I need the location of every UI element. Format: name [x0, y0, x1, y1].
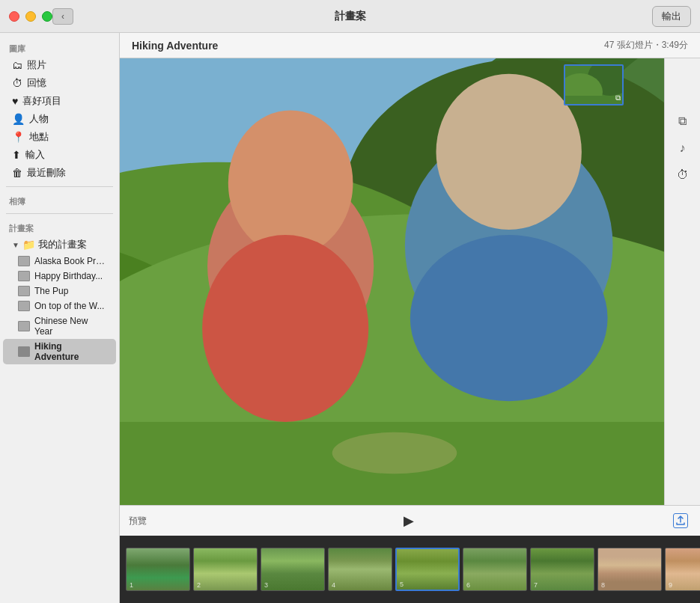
thumb-number: 8: [601, 581, 605, 589]
filmstrip-thumb-8[interactable]: 8: [597, 548, 662, 591]
filmstrip-thumb-7[interactable]: 7: [530, 548, 594, 591]
music-icon: ♪: [680, 141, 686, 155]
sidebar-divider-2: [6, 213, 113, 214]
sidebar-item-label: On top of the W...: [34, 301, 104, 311]
sidebar-item-label: The Pup: [34, 286, 68, 296]
book-icon: [18, 286, 30, 296]
preview-container: ⧉ ⧉ ♪ ⏱: [120, 58, 700, 505]
play-button[interactable]: ▶: [398, 510, 419, 531]
folder-arrow-icon: ▼: [12, 241, 19, 249]
folder-icon: 📁: [22, 239, 35, 251]
svg-point-8: [332, 432, 457, 474]
albums-section-label: 相簿: [0, 192, 119, 209]
import-icon: ⬆: [12, 149, 21, 161]
book-icon: [18, 321, 30, 331]
svg-point-14: [202, 235, 368, 422]
duration-button[interactable]: ⏱: [671, 163, 695, 187]
thumb-number: 9: [669, 581, 672, 589]
preview-label: 預覽: [129, 515, 147, 527]
filmstrip-thumb-3[interactable]: 3: [261, 548, 325, 591]
book-icon: [18, 271, 30, 281]
sidebar-item-label: Happy Birthday...: [34, 271, 103, 281]
sidebar-item-happy-birthday[interactable]: Happy Birthday...: [3, 269, 116, 284]
duration-icon: ⏱: [677, 168, 689, 182]
sidebar-item-label: Alaska Book Proj...: [34, 256, 106, 266]
slideshow-header: Hiking Adventure 47 張幻燈片・3:49分: [120, 33, 700, 58]
minimize-button[interactable]: [25, 11, 36, 22]
titlebar: ‹ 計畫案 輸出: [0, 0, 700, 33]
filmstrip-thumb-5[interactable]: 5: [395, 548, 460, 591]
sidebar-item-label: 最近刪除: [27, 166, 66, 180]
memories-icon: ⏱: [12, 77, 22, 89]
right-panel: ⧉ ♪ ⏱: [664, 58, 700, 505]
favorites-icon: ♥: [12, 95, 18, 107]
maximize-button[interactable]: [42, 11, 52, 22]
play-icon: ▶: [404, 512, 414, 529]
people-icon: 👤: [12, 113, 25, 125]
filmstrip-thumb-9[interactable]: 9: [665, 548, 700, 591]
sidebar-item-label: 回憶: [27, 76, 46, 90]
sidebar-item-hiking-adventure[interactable]: Hiking Adventure: [3, 339, 116, 364]
sidebar-item-people[interactable]: 👤 人物: [3, 110, 116, 128]
sidebar-item-label: 照片: [27, 58, 46, 72]
sidebar-item-my-projects[interactable]: ▼ 📁 我的計畫案: [3, 236, 116, 254]
thumb-number: 2: [197, 581, 201, 589]
thumbnail-toggle-button[interactable]: ⧉: [671, 109, 695, 133]
music-button[interactable]: ♪: [671, 136, 695, 160]
sidebar-item-label: 我的計畫案: [38, 238, 87, 251]
sidebar-item-places[interactable]: 📍 地點: [3, 128, 116, 146]
svg-point-10: [228, 110, 353, 255]
sidebar-item-chinese-new-year[interactable]: Chinese New Year: [3, 313, 116, 339]
sidebar-item-label: 輸入: [25, 148, 45, 162]
slideshow-info: 47 張幻燈片・3:49分: [604, 39, 688, 52]
thumb-number: 6: [466, 581, 470, 589]
content-area: Hiking Adventure 47 張幻燈片・3:49分: [120, 33, 700, 603]
slideshow-title: Hiking Adventure: [132, 40, 218, 52]
sidebar-item-memories[interactable]: ⏱ 回憶: [3, 74, 116, 92]
filmstrip-thumb-6[interactable]: 6: [463, 548, 527, 591]
photos-icon: 🗂: [12, 59, 22, 71]
main-container: 圖庫 🗂 照片 ⏱ 回憶 ♥ 喜好項目 👤 人物 📍 地點 ⬆ 輸入 🗑 最近刪…: [0, 33, 700, 603]
sidebar-item-favorites[interactable]: ♥ 喜好項目: [3, 92, 116, 110]
sidebar-item-on-top[interactable]: On top of the W...: [3, 299, 116, 313]
main-preview-image[interactable]: ⧉: [120, 58, 664, 505]
sidebar-item-label: 喜好項目: [22, 94, 61, 108]
sidebar-item-label: Hiking Adventure: [34, 341, 107, 362]
sidebar-item-alaska[interactable]: Alaska Book Proj...: [3, 254, 116, 269]
trash-icon: 🗑: [12, 167, 22, 179]
close-button[interactable]: [9, 11, 19, 22]
book-icon: [18, 346, 30, 357]
filmstrip-thumb-2[interactable]: 2: [193, 548, 258, 591]
svg-point-13: [410, 235, 608, 401]
sidebar-item-recently-deleted[interactable]: 🗑 最近刪除: [3, 164, 116, 182]
projects-section-label: 計畫案: [0, 218, 119, 236]
thumbnail-preview[interactable]: ⧉: [564, 64, 624, 105]
library-section-label: 圖庫: [0, 39, 119, 56]
sidebar-divider-1: [6, 186, 113, 187]
filmstrip: 12345678910+: [120, 536, 700, 603]
bottom-controls: 預覽 ▶: [120, 505, 700, 536]
back-icon: ‹: [61, 11, 64, 22]
export-button[interactable]: 輸出: [652, 6, 691, 27]
filmstrip-thumb-4[interactable]: 4: [328, 548, 392, 591]
share-button[interactable]: [670, 510, 691, 531]
sidebar-item-label: 地點: [29, 130, 49, 144]
thumb-number: 7: [534, 581, 538, 589]
sidebar-item-photos[interactable]: 🗂 照片: [3, 56, 116, 74]
book-icon: [18, 256, 30, 266]
back-button[interactable]: ‹: [52, 8, 73, 25]
traffic-lights: [9, 11, 52, 22]
thumb-number: 5: [400, 581, 404, 588]
thumbnail-overlay-icon: ⧉: [615, 94, 621, 102]
thumb-number: 1: [130, 581, 133, 589]
sidebar-item-label: Chinese New Year: [34, 316, 107, 337]
sidebar-item-label: 人物: [29, 112, 49, 126]
sidebar-item-the-pup[interactable]: The Pup: [3, 284, 116, 299]
sidebar-item-import[interactable]: ⬆ 輸入: [3, 146, 116, 164]
svg-point-12: [436, 74, 582, 230]
share-icon: [673, 513, 688, 528]
book-icon: [18, 301, 30, 311]
places-icon: 📍: [12, 131, 25, 143]
thumbnail-icon: ⧉: [678, 114, 687, 128]
filmstrip-thumb-1[interactable]: 1: [126, 548, 190, 591]
